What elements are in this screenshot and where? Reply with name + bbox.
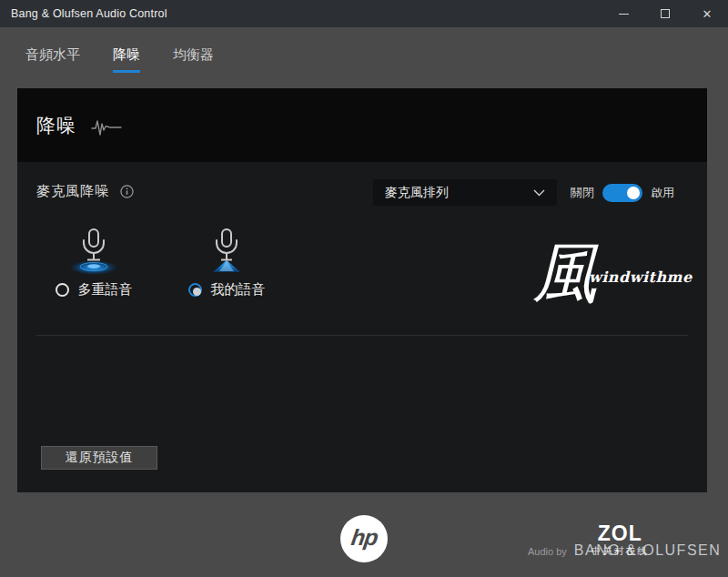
noise-reduction-panel: 降噪 麥克風降噪 麥克風排列 關閉 bbox=[17, 88, 707, 492]
radio-my-voice[interactable]: 我的語音 bbox=[188, 281, 266, 299]
radio-circle-selected bbox=[188, 283, 202, 297]
tab-bar: 音頻水平 降噪 均衡器 bbox=[0, 27, 728, 88]
maximize-icon bbox=[661, 9, 670, 18]
zol-watermark: ZOL 中关村在线 bbox=[592, 523, 649, 558]
info-icon[interactable] bbox=[120, 185, 134, 198]
tab-audio-levels[interactable]: 音頻水平 bbox=[25, 46, 80, 73]
tab-noise-reduction[interactable]: 降噪 bbox=[113, 46, 140, 73]
panel-header: 降噪 bbox=[17, 88, 707, 162]
waveform-icon bbox=[91, 117, 122, 137]
mic-omnidirectional-icon bbox=[65, 227, 123, 276]
option-multiple-voices: 多重語音 bbox=[50, 227, 137, 299]
option-label: 我的語音 bbox=[211, 281, 266, 299]
minimize-button[interactable] bbox=[602, 0, 644, 27]
section-divider bbox=[36, 335, 688, 336]
chevron-down-icon bbox=[533, 189, 545, 197]
window-title: Bang & Olufsen Audio Control bbox=[0, 7, 167, 20]
minimize-icon bbox=[619, 14, 629, 15]
hp-logo-text: hp bbox=[349, 524, 379, 553]
option-label: 多重語音 bbox=[78, 281, 133, 299]
radio-multiple-voices[interactable]: 多重語音 bbox=[56, 281, 133, 299]
hp-logo: hp bbox=[340, 515, 388, 562]
toggle-on-label: 啟用 bbox=[651, 185, 674, 201]
window-controls: ✕ bbox=[602, 0, 728, 27]
mic-noise-section: 麥克風降噪 bbox=[36, 182, 134, 201]
zol-subtext: 中关村在线 bbox=[592, 545, 649, 558]
section-title: 麥克風降噪 bbox=[36, 182, 109, 201]
mic-arrangement-dropdown[interactable]: 麥克風排列 bbox=[373, 179, 557, 206]
radio-circle-unselected bbox=[56, 283, 69, 297]
windwithme-text: windwithme bbox=[589, 268, 693, 286]
toggle-off-label: 關閉 bbox=[571, 185, 594, 201]
dropdown-selected-value: 麥克風排列 bbox=[385, 185, 449, 201]
close-button[interactable]: ✕ bbox=[686, 0, 728, 27]
restore-defaults-button[interactable]: 還原預設值 bbox=[41, 446, 157, 470]
toggle-knob bbox=[627, 187, 640, 199]
zol-logo-text: ZOL bbox=[592, 523, 649, 544]
app-window: Bang & Olufsen Audio Control ✕ 音頻水平 降噪 均… bbox=[0, 0, 728, 577]
noise-reduction-toggle-group: 關閉 啟用 bbox=[571, 179, 674, 206]
close-icon: ✕ bbox=[703, 8, 713, 20]
mic-directional-icon bbox=[197, 227, 256, 276]
windwithme-watermark: 風 windwithme bbox=[532, 236, 687, 327]
noise-reduction-toggle[interactable] bbox=[602, 184, 642, 202]
maximize-button[interactable] bbox=[644, 0, 686, 27]
option-my-voice: 我的語音 bbox=[172, 227, 281, 299]
tab-equalizer[interactable]: 均衡器 bbox=[173, 46, 214, 73]
panel-title: 降噪 bbox=[36, 113, 76, 138]
audio-by-label: Audio by bbox=[528, 546, 567, 557]
titlebar: Bang & Olufsen Audio Control ✕ bbox=[0, 0, 728, 27]
